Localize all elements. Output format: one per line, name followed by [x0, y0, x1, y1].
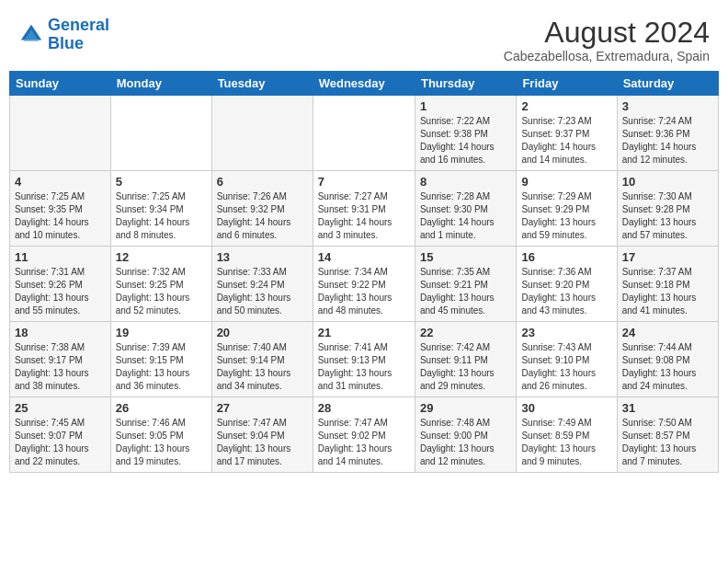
day-number: 19 — [116, 326, 207, 339]
day-cell-6: 6Sunrise: 7:26 AM Sunset: 9:32 PM Daylig… — [211, 171, 313, 247]
day-info: Sunrise: 7:38 AM Sunset: 9:17 PM Dayligh… — [15, 341, 106, 393]
title-area: August 2024 Cabezabellosa, Extremadura, … — [504, 17, 710, 63]
day-number: 11 — [15, 250, 106, 264]
day-cell-23: 23Sunrise: 7:43 AM Sunset: 9:10 PM Dayli… — [517, 322, 617, 397]
day-cell-15: 15Sunrise: 7:35 AM Sunset: 9:21 PM Dayli… — [415, 247, 516, 322]
weekday-header-wednesday: Wednesday — [313, 72, 415, 96]
day-number: 14 — [318, 250, 410, 264]
day-cell-1: 1Sunrise: 7:22 AM Sunset: 9:38 PM Daylig… — [415, 96, 516, 171]
weekday-header-saturday: Saturday — [617, 72, 718, 96]
calendar: SundayMondayTuesdayWednesdayThursdayFrid… — [9, 71, 719, 473]
day-cell-7: 7Sunrise: 7:27 AM Sunset: 9:31 PM Daylig… — [313, 171, 415, 247]
day-cell-12: 12Sunrise: 7:32 AM Sunset: 9:25 PM Dayli… — [110, 247, 211, 322]
day-cell-17: 17Sunrise: 7:37 AM Sunset: 9:18 PM Dayli… — [617, 247, 718, 322]
day-number: 29 — [420, 401, 511, 415]
day-info: Sunrise: 7:27 AM Sunset: 9:31 PM Dayligh… — [318, 190, 410, 242]
day-cell-9: 9Sunrise: 7:29 AM Sunset: 9:29 PM Daylig… — [517, 171, 617, 247]
day-info: Sunrise: 7:35 AM Sunset: 9:21 PM Dayligh… — [420, 266, 511, 317]
day-number: 10 — [622, 175, 713, 189]
logo-line1: General — [48, 16, 109, 34]
day-number: 5 — [116, 175, 207, 189]
day-cell-4: 4Sunrise: 7:25 AM Sunset: 9:35 PM Daylig… — [10, 171, 111, 247]
day-cell-20: 20Sunrise: 7:40 AM Sunset: 9:14 PM Dayli… — [211, 322, 313, 397]
weekday-header-friday: Friday — [517, 72, 617, 96]
day-number: 23 — [521, 326, 611, 339]
day-info: Sunrise: 7:28 AM Sunset: 9:30 PM Dayligh… — [420, 190, 511, 242]
day-number: 31 — [622, 401, 713, 415]
logo: General Blue — [18, 17, 109, 53]
day-cell-8: 8Sunrise: 7:28 AM Sunset: 9:30 PM Daylig… — [415, 171, 516, 247]
day-cell-26: 26Sunrise: 7:46 AM Sunset: 9:05 PM Dayli… — [110, 397, 211, 473]
day-info: Sunrise: 7:29 AM Sunset: 9:29 PM Dayligh… — [521, 190, 611, 242]
day-cell-27: 27Sunrise: 7:47 AM Sunset: 9:04 PM Dayli… — [211, 397, 313, 473]
day-cell-25: 25Sunrise: 7:45 AM Sunset: 9:07 PM Dayli… — [10, 397, 111, 473]
day-cell-5: 5Sunrise: 7:25 AM Sunset: 9:34 PM Daylig… — [110, 171, 211, 247]
weekday-header-tuesday: Tuesday — [211, 72, 313, 96]
day-cell-29: 29Sunrise: 7:48 AM Sunset: 9:00 PM Dayli… — [415, 397, 516, 473]
day-cell-14: 14Sunrise: 7:34 AM Sunset: 9:22 PM Dayli… — [313, 247, 415, 322]
day-number: 25 — [15, 401, 106, 415]
day-info: Sunrise: 7:48 AM Sunset: 9:00 PM Dayligh… — [420, 417, 511, 468]
day-cell-19: 19Sunrise: 7:39 AM Sunset: 9:15 PM Dayli… — [110, 322, 211, 397]
day-cell-16: 16Sunrise: 7:36 AM Sunset: 9:20 PM Dayli… — [517, 247, 617, 322]
month-year: August 2024 — [504, 17, 710, 49]
day-info: Sunrise: 7:41 AM Sunset: 9:13 PM Dayligh… — [318, 341, 410, 393]
day-info: Sunrise: 7:31 AM Sunset: 9:26 PM Dayligh… — [15, 266, 106, 317]
day-info: Sunrise: 7:47 AM Sunset: 9:02 PM Dayligh… — [318, 417, 410, 468]
weekday-header-row: SundayMondayTuesdayWednesdayThursdayFrid… — [10, 72, 719, 96]
day-number: 17 — [622, 250, 713, 264]
day-cell-11: 11Sunrise: 7:31 AM Sunset: 9:26 PM Dayli… — [10, 247, 111, 322]
weekday-header-thursday: Thursday — [415, 72, 516, 96]
day-cell-22: 22Sunrise: 7:42 AM Sunset: 9:11 PM Dayli… — [415, 322, 516, 397]
day-info: Sunrise: 7:47 AM Sunset: 9:04 PM Dayligh… — [217, 417, 308, 468]
location: Cabezabellosa, Extremadura, Spain — [504, 49, 710, 63]
day-info: Sunrise: 7:25 AM Sunset: 9:35 PM Dayligh… — [15, 190, 106, 242]
day-info: Sunrise: 7:34 AM Sunset: 9:22 PM Dayligh… — [318, 266, 410, 317]
day-info: Sunrise: 7:44 AM Sunset: 9:08 PM Dayligh… — [622, 341, 713, 393]
week-row-2: 4Sunrise: 7:25 AM Sunset: 9:35 PM Daylig… — [10, 171, 719, 247]
day-number: 3 — [622, 99, 713, 113]
day-info: Sunrise: 7:22 AM Sunset: 9:38 PM Dayligh… — [420, 115, 511, 167]
day-info: Sunrise: 7:26 AM Sunset: 9:32 PM Dayligh… — [217, 190, 308, 242]
day-number: 4 — [15, 175, 106, 189]
day-number: 15 — [420, 250, 511, 264]
logo-line2: Blue — [48, 34, 84, 52]
day-number: 28 — [318, 401, 410, 415]
day-cell-31: 31Sunrise: 7:50 AM Sunset: 8:57 PM Dayli… — [617, 397, 718, 473]
logo-icon — [18, 22, 44, 48]
day-info: Sunrise: 7:49 AM Sunset: 8:59 PM Dayligh… — [521, 417, 611, 468]
day-info: Sunrise: 7:23 AM Sunset: 9:37 PM Dayligh… — [521, 115, 611, 167]
empty-cell — [211, 96, 313, 171]
day-number: 9 — [521, 175, 611, 189]
logo-text: General Blue — [48, 17, 109, 53]
day-info: Sunrise: 7:45 AM Sunset: 9:07 PM Dayligh… — [15, 417, 106, 468]
empty-cell — [110, 96, 211, 171]
day-number: 8 — [420, 175, 511, 189]
day-number: 16 — [521, 250, 611, 264]
weekday-header-monday: Monday — [110, 72, 211, 96]
empty-cell — [313, 96, 415, 171]
day-number: 18 — [15, 326, 106, 339]
day-info: Sunrise: 7:33 AM Sunset: 9:24 PM Dayligh… — [217, 266, 308, 317]
day-info: Sunrise: 7:30 AM Sunset: 9:28 PM Dayligh… — [622, 190, 713, 242]
day-number: 24 — [622, 326, 713, 339]
day-number: 27 — [217, 401, 308, 415]
day-cell-3: 3Sunrise: 7:24 AM Sunset: 9:36 PM Daylig… — [617, 96, 718, 171]
day-number: 2 — [521, 99, 611, 113]
day-number: 13 — [217, 250, 308, 264]
week-row-5: 25Sunrise: 7:45 AM Sunset: 9:07 PM Dayli… — [10, 397, 719, 473]
day-cell-28: 28Sunrise: 7:47 AM Sunset: 9:02 PM Dayli… — [313, 397, 415, 473]
header: General Blue August 2024 Cabezabellosa, … — [9, 9, 719, 67]
day-info: Sunrise: 7:42 AM Sunset: 9:11 PM Dayligh… — [420, 341, 511, 393]
day-number: 20 — [217, 326, 308, 339]
day-number: 21 — [318, 326, 410, 339]
day-number: 7 — [318, 175, 410, 189]
day-cell-24: 24Sunrise: 7:44 AM Sunset: 9:08 PM Dayli… — [617, 322, 718, 397]
day-number: 6 — [217, 175, 308, 189]
day-number: 26 — [116, 401, 207, 415]
day-number: 30 — [521, 401, 611, 415]
day-info: Sunrise: 7:25 AM Sunset: 9:34 PM Dayligh… — [116, 190, 207, 242]
day-info: Sunrise: 7:24 AM Sunset: 9:36 PM Dayligh… — [622, 115, 713, 167]
day-cell-10: 10Sunrise: 7:30 AM Sunset: 9:28 PM Dayli… — [617, 171, 718, 247]
empty-cell — [10, 96, 111, 171]
